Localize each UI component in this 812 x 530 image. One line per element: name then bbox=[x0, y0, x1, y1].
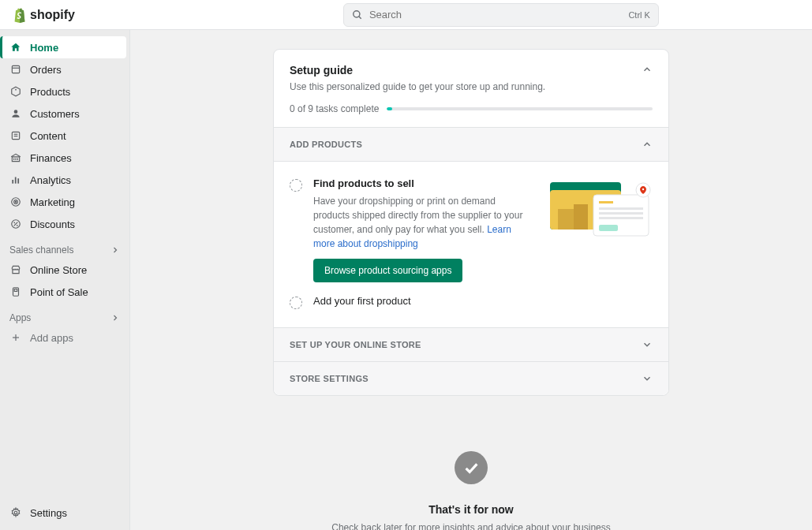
search-field[interactable]: Ctrl K bbox=[343, 3, 659, 27]
section-store-settings[interactable]: STORE SETTINGS bbox=[274, 361, 668, 395]
nav-products[interactable]: Products bbox=[0, 80, 129, 103]
progress-track bbox=[387, 107, 653, 110]
setup-title: Setup guide bbox=[290, 64, 653, 77]
nav-label: Home bbox=[30, 42, 58, 54]
progress-fill bbox=[387, 107, 392, 110]
setup-guide-card: Setup guide Use this personalized guide … bbox=[273, 49, 669, 396]
chevron-right-icon bbox=[110, 245, 120, 255]
nav-customers[interactable]: Customers bbox=[0, 103, 129, 125]
empty-check-icon bbox=[455, 451, 488, 484]
task-add-first-product[interactable]: Add your first product bbox=[290, 289, 653, 318]
svg-point-17 bbox=[15, 201, 16, 202]
plus-icon bbox=[9, 331, 22, 344]
nav-label: Add apps bbox=[30, 332, 73, 344]
chevron-right-icon bbox=[110, 313, 120, 323]
task-title: Find products to sell bbox=[313, 177, 539, 189]
nav-label: Discounts bbox=[30, 218, 75, 230]
nav-label: Marketing bbox=[30, 196, 75, 208]
setup-subtitle: Use this personalized guide to get your … bbox=[290, 81, 653, 92]
search-wrap: Ctrl K bbox=[343, 3, 659, 27]
online-store-icon bbox=[9, 263, 22, 276]
home-icon bbox=[9, 41, 22, 54]
shopify-logo-icon bbox=[13, 7, 27, 23]
task-checkbox[interactable] bbox=[290, 179, 302, 192]
empty-title: That's it for now bbox=[331, 503, 611, 516]
browse-apps-button[interactable]: Browse product sourcing apps bbox=[313, 259, 462, 282]
nav-label: Customers bbox=[30, 108, 80, 120]
nav-online-store[interactable]: Online Store bbox=[0, 259, 129, 281]
nav-discounts[interactable]: Discounts bbox=[0, 213, 129, 235]
svg-point-4 bbox=[15, 89, 17, 91]
nav-marketing[interactable]: Marketing bbox=[0, 191, 129, 213]
svg-rect-33 bbox=[599, 207, 643, 210]
search-icon bbox=[352, 9, 363, 21]
content-icon bbox=[9, 129, 22, 142]
task-illustration bbox=[550, 177, 653, 241]
nav-finances[interactable]: Finances bbox=[0, 147, 129, 169]
section-heading: SET UP YOUR ONLINE STORE bbox=[290, 340, 421, 349]
pos-icon bbox=[9, 286, 22, 298]
nav-label: Finances bbox=[30, 152, 72, 164]
section-heading: ADD PRODUCTS bbox=[290, 140, 362, 149]
sales-channels-header[interactable]: Sales channels bbox=[0, 235, 129, 259]
analytics-icon bbox=[9, 174, 22, 186]
section-add-products[interactable]: ADD PRODUCTS bbox=[274, 127, 668, 161]
svg-point-0 bbox=[354, 10, 360, 17]
task-desc: Have your dropshipping or print on deman… bbox=[313, 194, 534, 251]
section-setup-store[interactable]: SET UP YOUR ONLINE STORE bbox=[274, 327, 668, 361]
nav-pos[interactable]: Point of Sale bbox=[0, 281, 129, 303]
nav-content[interactable]: Content bbox=[0, 125, 129, 147]
svg-point-20 bbox=[13, 222, 15, 223]
nav-analytics[interactable]: Analytics bbox=[0, 169, 129, 191]
svg-point-5 bbox=[14, 110, 18, 114]
nav-label: Online Store bbox=[30, 264, 87, 276]
finances-icon bbox=[9, 151, 22, 164]
main: Setup guide Use this personalized guide … bbox=[130, 30, 812, 530]
task-checkbox[interactable] bbox=[290, 297, 302, 309]
customers-icon bbox=[9, 107, 22, 120]
task-find-products[interactable]: Find products to sell Have your dropship… bbox=[290, 171, 653, 289]
apps-header[interactable]: Apps bbox=[0, 303, 129, 327]
chevron-down-icon bbox=[642, 339, 653, 350]
logo[interactable]: shopify bbox=[13, 7, 75, 23]
svg-rect-32 bbox=[599, 201, 613, 203]
svg-rect-34 bbox=[599, 212, 643, 215]
gear-icon bbox=[9, 506, 22, 519]
svg-rect-36 bbox=[599, 225, 618, 231]
nav-orders[interactable]: Orders bbox=[0, 58, 129, 80]
svg-point-26 bbox=[14, 511, 17, 514]
svg-rect-2 bbox=[12, 65, 19, 73]
svg-rect-13 bbox=[15, 177, 17, 184]
svg-rect-29 bbox=[558, 209, 574, 230]
svg-point-38 bbox=[642, 188, 644, 190]
section-heading: STORE SETTINGS bbox=[290, 374, 369, 383]
search-input[interactable] bbox=[369, 9, 623, 21]
search-shortcut: Ctrl K bbox=[628, 10, 650, 20]
task-list: Find products to sell Have your dropship… bbox=[274, 161, 668, 327]
progress-row: 0 of 9 tasks complete bbox=[274, 103, 668, 127]
nav-add-apps[interactable]: Add apps bbox=[0, 327, 129, 349]
progress-text: 0 of 9 tasks complete bbox=[290, 103, 379, 114]
discounts-icon bbox=[9, 218, 22, 230]
products-icon bbox=[9, 85, 22, 98]
empty-state: That's it for now Check back later for m… bbox=[331, 451, 611, 530]
nav-home[interactable]: Home bbox=[0, 36, 126, 58]
section-label: Sales channels bbox=[9, 244, 73, 256]
brand-text: shopify bbox=[30, 8, 75, 22]
marketing-icon bbox=[9, 196, 22, 208]
svg-rect-23 bbox=[14, 289, 17, 292]
chevron-up-icon bbox=[642, 64, 653, 75]
collapse-setup-button[interactable] bbox=[642, 64, 653, 77]
nav-label: Orders bbox=[30, 64, 62, 76]
svg-rect-35 bbox=[599, 217, 643, 219]
svg-line-1 bbox=[359, 16, 361, 18]
nav-label: Settings bbox=[30, 507, 67, 519]
orders-icon bbox=[9, 63, 22, 76]
svg-rect-30 bbox=[574, 204, 588, 230]
nav-label: Products bbox=[30, 86, 70, 98]
nav-settings[interactable]: Settings bbox=[0, 502, 129, 524]
nav-label: Point of Sale bbox=[30, 286, 88, 298]
svg-rect-12 bbox=[12, 180, 13, 184]
empty-subtitle: Check back later for more insights and a… bbox=[331, 522, 611, 530]
svg-rect-14 bbox=[17, 178, 19, 183]
